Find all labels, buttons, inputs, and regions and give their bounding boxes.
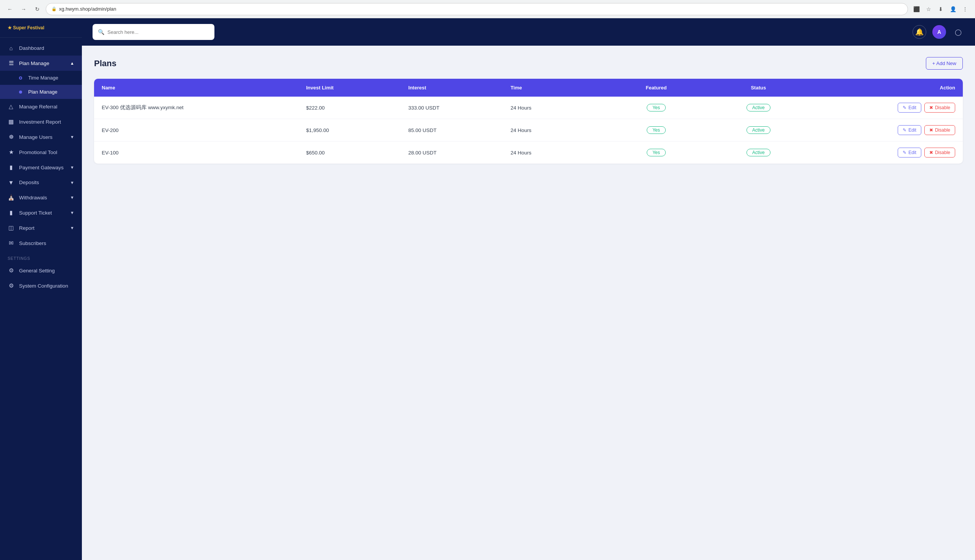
- dot-icon: [19, 77, 22, 80]
- row-1-featured: Yes: [605, 120, 707, 140]
- sidebar-item-label: Manage Referral: [19, 104, 57, 110]
- bookmark-button[interactable]: ☆: [923, 4, 934, 15]
- promotional-tool-icon: ★: [8, 149, 15, 156]
- edit-button[interactable]: ✎ Edit: [898, 125, 921, 135]
- row-0-actions: ✎ Edit ✖ Disable: [809, 97, 963, 119]
- col-status: Status: [707, 79, 809, 97]
- sidebar-item-manage-referral[interactable]: △ Manage Referral: [0, 99, 82, 114]
- row-0-name: EV-300 优选源码库 www.yxymk.net: [94, 98, 299, 117]
- sidebar-item-plan-manage[interactable]: ☰ Plan Manage ▲: [0, 55, 82, 71]
- featured-badge: Yes: [647, 149, 666, 157]
- sidebar-item-subscribers[interactable]: ✉ Subscribers: [0, 235, 82, 251]
- sidebar-item-manage-users[interactable]: ☸ Manage Users ▼: [0, 129, 82, 145]
- sidebar-item-promotional-tool[interactable]: ★ Promotional Tool: [0, 145, 82, 160]
- url-bar[interactable]: 🔒 xg.hwym.shop/admin/plan: [46, 3, 908, 15]
- sidebar-item-deposits[interactable]: ▼ Deposits ▼: [0, 175, 82, 190]
- status-badge: Active: [746, 149, 771, 157]
- chevron-down-icon: ▼: [70, 165, 74, 170]
- sidebar-item-system-configuration[interactable]: ⚙ System Configuration: [0, 278, 82, 293]
- chevron-down-icon: ▼: [70, 180, 74, 185]
- sidebar-item-withdrawals[interactable]: ⛪ Withdrawals ▼: [0, 190, 82, 205]
- system-config-icon: ⚙: [8, 282, 15, 289]
- sidebar: ★ Super Festival ⌂ Dashboard ☰ Plan Mana…: [0, 18, 82, 560]
- search-input[interactable]: [107, 29, 209, 35]
- withdrawals-icon: ⛪: [8, 194, 15, 201]
- cast-button[interactable]: ⬛: [911, 4, 921, 15]
- settings-section-label: SETTINGS: [0, 251, 82, 263]
- row-2-featured: Yes: [605, 143, 707, 162]
- plan-manage-icon: ☰: [8, 60, 15, 67]
- table-header: Name Invest Limit Interest Time Featured…: [94, 79, 963, 97]
- row-1-name: EV-200: [94, 122, 299, 139]
- disable-button[interactable]: ✖ Disable: [924, 148, 955, 158]
- sidebar-item-general-setting[interactable]: ⚙ General Setting: [0, 263, 82, 278]
- edit-label: Edit: [908, 105, 916, 110]
- sidebar-item-payment-gateways[interactable]: ▮ Payment Gateways ▼: [0, 160, 82, 175]
- profile-button[interactable]: 👤: [948, 4, 958, 15]
- sidebar-item-time-manage[interactable]: Time Manage: [0, 71, 82, 85]
- general-setting-icon: ⚙: [8, 267, 15, 274]
- download-button[interactable]: ⬇: [935, 4, 946, 15]
- col-name: Name: [94, 79, 299, 97]
- edit-button[interactable]: ✎ Edit: [898, 103, 921, 113]
- sidebar-item-dashboard[interactable]: ⌂ Dashboard: [0, 41, 82, 55]
- chevron-up-icon: ▲: [70, 61, 74, 65]
- row-2-actions: ✎ Edit ✖ Disable: [809, 142, 963, 163]
- sidebar-item-label: Subscribers: [19, 240, 46, 246]
- dashboard-icon: ⌂: [8, 45, 15, 52]
- disable-label: Disable: [935, 105, 950, 110]
- edit-label: Edit: [908, 150, 916, 155]
- sidebar-item-label: System Configuration: [19, 283, 68, 289]
- sidebar-item-label: Withdrawals: [19, 195, 47, 200]
- row-0-status: Active: [707, 98, 809, 118]
- bell-button[interactable]: 🔔: [913, 25, 926, 39]
- row-0-time: 24 Hours: [503, 99, 605, 117]
- manage-users-icon: ☸: [8, 133, 15, 140]
- disable-button[interactable]: ✖ Disable: [924, 125, 955, 135]
- search-bar-container: 🔍: [92, 24, 214, 40]
- edit-icon: ✎: [903, 105, 906, 110]
- support-ticket-icon: ▮: [8, 209, 15, 216]
- sidebar-item-report[interactable]: ◫ Report ▼: [0, 220, 82, 235]
- sidebar-item-investment-report[interactable]: ▩ Investment Report: [0, 114, 82, 129]
- sidebar-item-label: Support Ticket: [19, 210, 52, 216]
- add-new-button[interactable]: + Add New: [926, 57, 963, 70]
- deposits-icon: ▼: [8, 179, 15, 186]
- sidebar-item-label: Report: [19, 225, 35, 231]
- sidebar-item-plan-manage-sub[interactable]: Plan Manage: [0, 85, 82, 99]
- forward-button[interactable]: →: [18, 4, 29, 15]
- sidebar-item-support-ticket[interactable]: ▮ Support Ticket ▼: [0, 205, 82, 220]
- edit-icon: ✎: [903, 150, 906, 155]
- row-1-status: Active: [707, 120, 809, 140]
- page-header: Plans + Add New: [94, 57, 963, 70]
- chevron-down-icon: ▼: [70, 195, 74, 200]
- subscribers-icon: ✉: [8, 240, 15, 247]
- sidebar-item-label: Manage Users: [19, 134, 53, 140]
- row-1-actions: ✎ Edit ✖ Disable: [809, 119, 963, 141]
- menu-button[interactable]: ⋮: [960, 4, 970, 15]
- row-2-interest: 28.00 USDT: [401, 144, 503, 162]
- avatar[interactable]: A: [932, 25, 946, 39]
- featured-badge: Yes: [647, 104, 666, 112]
- sidebar-item-label: Dashboard: [19, 45, 44, 51]
- header-settings-icon[interactable]: ◯: [952, 26, 964, 38]
- sidebar-item-label: Promotional Tool: [19, 150, 57, 155]
- edit-button[interactable]: ✎ Edit: [898, 148, 921, 158]
- disable-button[interactable]: ✖ Disable: [924, 103, 955, 113]
- disable-icon: ✖: [929, 105, 933, 110]
- lock-icon: 🔒: [52, 7, 57, 12]
- row-2-status: Active: [707, 143, 809, 162]
- main-area: 🔍 🔔 A ◯ Plans + Add New Name Invest Limi…: [82, 18, 975, 560]
- status-badge: Active: [746, 126, 771, 134]
- reload-button[interactable]: ↻: [32, 4, 43, 15]
- app-container: ★ Super Festival ⌂ Dashboard ☰ Plan Mana…: [0, 18, 975, 560]
- manage-referral-icon: △: [8, 103, 15, 110]
- logo-text: ★ Super Festival: [8, 25, 74, 30]
- row-2-name: EV-100: [94, 144, 299, 162]
- sidebar-item-label: Payment Gateways: [19, 165, 64, 170]
- search-icon: 🔍: [98, 29, 104, 35]
- row-0-interest: 333.00 USDT: [401, 99, 503, 117]
- back-button[interactable]: ←: [5, 4, 15, 15]
- url-text: xg.hwym.shop/admin/plan: [59, 6, 116, 12]
- sidebar-nav: ⌂ Dashboard ☰ Plan Manage ▲ Time Manage …: [0, 38, 82, 560]
